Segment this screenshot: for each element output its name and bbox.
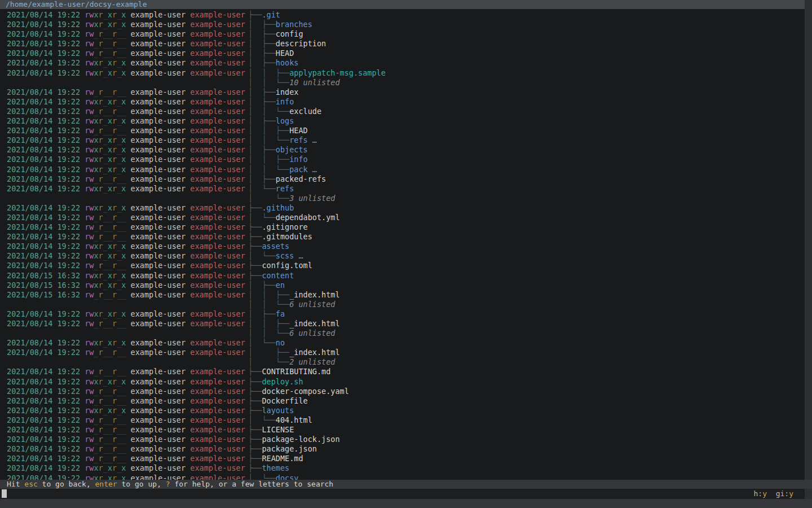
entry-name[interactable]: fa bbox=[276, 309, 285, 318]
entry-name[interactable]: .git bbox=[262, 10, 280, 19]
tree-entry[interactable]: ├──README.md bbox=[248, 454, 303, 463]
broot-terminal: /home/example-user/docsy-example 2021/08… bbox=[0, 0, 812, 508]
entry-name[interactable]: dependabot.yml bbox=[276, 213, 340, 222]
entry-name[interactable]: no bbox=[276, 338, 285, 347]
tree-entry[interactable]: │ │ └──exclude bbox=[248, 107, 321, 116]
file-date: 2021/08/14 19:22 bbox=[7, 454, 80, 463]
tree-entry[interactable]: │ ├──description bbox=[248, 39, 326, 49]
entry-name[interactable]: _index.html bbox=[289, 290, 339, 299]
tree-entry[interactable]: │ ├──branches bbox=[248, 20, 312, 29]
entry-name[interactable]: deploy.sh bbox=[262, 377, 303, 386]
entry-name[interactable]: 404.html bbox=[276, 415, 312, 424]
tree-entry[interactable]: │ ├──index bbox=[248, 87, 298, 97]
tree-entry[interactable]: ├──package.json bbox=[248, 444, 317, 454]
entry-name[interactable]: .gitignore bbox=[262, 222, 307, 231]
entry-name[interactable]: logs bbox=[276, 116, 294, 125]
entry-name[interactable]: objects bbox=[276, 145, 308, 154]
tree-entry[interactable]: │ └──404.html bbox=[248, 415, 312, 425]
file-owner: example-user bbox=[126, 222, 186, 231]
tree-entry[interactable]: │ ├──config bbox=[248, 29, 303, 39]
tree-entry[interactable]: │ │ ├──HEAD bbox=[248, 126, 308, 135]
tree-entry[interactable]: │ ├──fa bbox=[248, 309, 285, 319]
entry-name[interactable]: info bbox=[289, 155, 308, 164]
entry-name[interactable]: docker-compose.yaml bbox=[262, 387, 348, 396]
entry-name[interactable]: Dockerfile bbox=[262, 396, 307, 405]
tree-entry[interactable]: ├──docker-compose.yaml bbox=[248, 387, 349, 396]
tree-entry[interactable]: │ └──docsy bbox=[248, 474, 298, 480]
tree-entry[interactable]: │ ├──HEAD bbox=[248, 49, 294, 58]
tree-entry[interactable]: ├──content bbox=[248, 271, 294, 281]
tree-entry[interactable]: │ │ ├──info bbox=[248, 155, 308, 164]
tree-entry[interactable]: ├──assets bbox=[248, 242, 289, 251]
tree-branch-lines: │ ├── bbox=[248, 174, 276, 183]
tree-entry[interactable]: ├──CONTRIBUTING.md bbox=[248, 367, 330, 376]
entry-name[interactable]: LICENSE bbox=[262, 425, 294, 434]
tree-entry[interactable]: ├──.gitignore bbox=[248, 222, 308, 232]
tree-entry[interactable]: │ │ └──pack … bbox=[248, 165, 317, 174]
tree-entry[interactable]: ├──config.toml bbox=[248, 261, 312, 270]
entry-name[interactable]: applypatch-msg.sample bbox=[289, 68, 386, 77]
tree-entry[interactable]: ├──LICENSE bbox=[248, 425, 294, 435]
entry-name[interactable]: .gitmodules bbox=[262, 232, 312, 241]
entry-name[interactable]: docsy bbox=[276, 474, 299, 480]
tree-entry[interactable]: ├──package-lock.json bbox=[248, 435, 340, 444]
entry-name[interactable]: exclude bbox=[289, 107, 321, 116]
entry-name[interactable]: _index.html bbox=[289, 348, 339, 357]
entry-name[interactable]: config.toml bbox=[262, 261, 312, 270]
tree-branch-lines: │ ├── bbox=[248, 20, 276, 29]
tree-entry[interactable]: │ └──scss … bbox=[248, 251, 303, 261]
tree-entry[interactable]: │ │ └──refs … bbox=[248, 135, 317, 145]
entry-name[interactable]: content bbox=[262, 271, 294, 280]
entry-name[interactable]: layouts bbox=[262, 406, 294, 415]
tree-entry[interactable]: │ └──dependabot.yml bbox=[248, 213, 340, 222]
entry-name[interactable]: HEAD bbox=[289, 126, 308, 135]
tree-entry[interactable]: ├──.github bbox=[248, 203, 294, 213]
entry-name[interactable]: pack bbox=[289, 165, 308, 174]
tree-entry[interactable]: │ ├──hooks bbox=[248, 58, 298, 68]
tree-branch-lines: │ │ └── bbox=[248, 165, 289, 174]
entry-name[interactable]: CONTRIBUTING.md bbox=[262, 367, 330, 376]
entry-name[interactable]: themes bbox=[262, 463, 289, 472]
tree-entry[interactable]: ├──layouts bbox=[248, 406, 294, 415]
entry-name[interactable]: index bbox=[276, 87, 299, 97]
entry-name[interactable]: description bbox=[276, 39, 326, 48]
entry-name[interactable]: packed-refs bbox=[276, 174, 326, 183]
entry-name[interactable]: .github bbox=[262, 203, 294, 212]
entry-name[interactable]: branches bbox=[276, 20, 312, 29]
tree-entry[interactable]: │ └──no bbox=[248, 338, 285, 348]
entry-name[interactable]: hooks bbox=[276, 58, 299, 67]
tree-entry[interactable]: │ ├──objects bbox=[248, 145, 308, 155]
tree-entry[interactable]: │ │ ├──_index.html bbox=[248, 319, 340, 329]
entry-name[interactable]: refs bbox=[276, 184, 294, 193]
file-date: 2021/08/14 19:22 bbox=[7, 174, 80, 183]
entry-name[interactable]: HEAD bbox=[276, 49, 294, 58]
scrollbar-track[interactable] bbox=[805, 0, 812, 508]
entry-name[interactable]: package.json bbox=[262, 444, 317, 453]
file-date: 2021/08/14 19:22 bbox=[7, 222, 80, 231]
entry-name[interactable]: assets bbox=[262, 242, 289, 251]
entry-name[interactable]: en bbox=[276, 281, 285, 290]
entry-name[interactable]: config bbox=[276, 29, 303, 38]
tree-entry[interactable]: ├──Dockerfile bbox=[248, 396, 308, 406]
entry-name[interactable]: _index.html bbox=[289, 319, 339, 328]
entry-name[interactable]: package-lock.json bbox=[262, 435, 339, 444]
file-row: 2021/08/14 19:22 rw_r__r__ example-user … bbox=[0, 39, 805, 49]
tree-entry[interactable]: ├──.git bbox=[248, 10, 280, 20]
tree-entry[interactable]: │ │ ├──_index.html bbox=[248, 290, 340, 300]
tree-entry[interactable]: │ ├──logs bbox=[248, 116, 294, 126]
entry-name[interactable]: refs bbox=[289, 135, 308, 144]
file-group: example-user bbox=[186, 367, 245, 376]
tree-entry[interactable]: │ └──refs bbox=[248, 184, 294, 194]
tree-entry[interactable]: │ ├──info bbox=[248, 97, 294, 107]
search-input[interactable]: h:y gi:y bbox=[0, 489, 805, 499]
entry-name[interactable]: README.md bbox=[262, 454, 303, 463]
tree-entry[interactable]: ├──deploy.sh bbox=[248, 377, 303, 387]
tree-entry[interactable]: │ ├──_index.html bbox=[248, 348, 340, 357]
entry-name[interactable]: scss bbox=[276, 251, 294, 260]
tree-entry[interactable]: ├──.gitmodules bbox=[248, 232, 312, 242]
entry-name[interactable]: info bbox=[276, 97, 294, 106]
tree-entry[interactable]: │ ├──en bbox=[248, 281, 285, 290]
tree-entry[interactable]: │ │ ├──applypatch-msg.sample bbox=[248, 68, 386, 78]
tree-entry[interactable]: ├──themes bbox=[248, 463, 289, 473]
tree-entry[interactable]: │ ├──packed-refs bbox=[248, 174, 326, 184]
